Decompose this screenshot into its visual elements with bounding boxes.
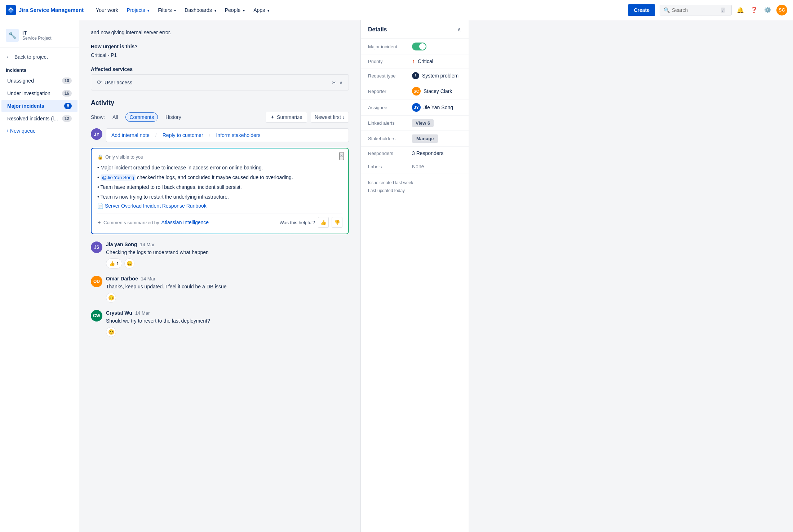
comment-jia-yan-song: JS Jia yan Song 14 Mar Checking the logs… <box>91 241 349 269</box>
detail-stakeholders: Stakeholders Manage <box>361 131 469 147</box>
detail-responders: Responders 3 Responders <box>361 147 469 160</box>
people-chevron: ▾ <box>243 9 245 13</box>
ai-summary-box: × 🔒 Only visible to you Major incident c… <box>92 148 348 234</box>
doc-icon: 📄 <box>97 203 103 209</box>
major-incident-toggle[interactable] <box>412 43 426 50</box>
jia-yan-song-reactions: 👍 1 😊 <box>106 258 349 269</box>
ai-close-button[interactable]: × <box>339 152 344 160</box>
new-queue-link[interactable]: + New queue <box>0 125 79 137</box>
create-button[interactable]: Create <box>628 4 655 16</box>
sidebar-item-resolved-incidents[interactable]: Resolved incidents (l... 12 <box>1 112 77 125</box>
service-actions: ✂ ∧ <box>332 80 343 85</box>
search-input[interactable] <box>672 7 719 13</box>
atlassian-intelligence-link[interactable]: Atlassian Intelligence <box>161 220 209 225</box>
filter-comments[interactable]: Comments <box>125 112 158 122</box>
labels-value[interactable]: None <box>412 164 461 169</box>
ai-bullet-4: Team is now trying to restart the underl… <box>97 193 342 201</box>
divider-2: / <box>209 132 211 138</box>
reply-to-customer-link[interactable]: Reply to customer <box>163 132 203 138</box>
crystal-wu-reactions: 😊 <box>106 327 349 337</box>
nav-projects[interactable]: Projects ▾ <box>123 5 153 15</box>
nav-dashboards[interactable]: Dashboards ▾ <box>181 5 220 15</box>
jia-yan-song-name: Jia yan Song <box>106 241 137 247</box>
ai-doc-link[interactable]: 📄 Server Overload Incident Response Runb… <box>97 203 342 209</box>
ai-helpful: Was this helpful? 👍 👎 <box>279 217 342 228</box>
stakeholders-value: Manage <box>412 134 461 143</box>
service-action-icon-2[interactable]: ∧ <box>339 80 343 85</box>
service-action-icon-1[interactable]: ✂ <box>332 80 336 85</box>
comment-input-row: JY Add internal note / Reply to customer… <box>91 128 349 142</box>
sidebar-item-under-investigation[interactable]: Under investigation 16 <box>1 87 77 99</box>
app-logo-icon <box>6 5 16 15</box>
affected-label: Affected services <box>91 66 349 72</box>
back-to-project[interactable]: ← Back to project <box>0 51 79 63</box>
assignee-value[interactable]: JY Jie Yan Song <box>412 103 461 112</box>
topnav-links: Your work Projects ▾ Filters ▾ Dashboard… <box>92 5 628 15</box>
ai-bullet-1: Major incident created due to increase i… <box>97 164 342 172</box>
search-box[interactable]: 🔍 / <box>660 5 732 15</box>
sidebar: 🔧 IT Service Project ← Back to project I… <box>0 20 79 532</box>
add-emoji-button-2[interactable]: 😊 <box>106 293 116 303</box>
jia-yan-song-date: 14 Mar <box>140 242 154 247</box>
crystal-wu-body: Crystal Wu 14 Mar Should we try to rever… <box>106 310 349 337</box>
linked-alerts-view-button[interactable]: View 6 <box>412 119 434 127</box>
help-icon[interactable]: ❓ <box>749 5 759 15</box>
stakeholders-manage-button[interactable]: Manage <box>412 134 438 143</box>
responders-text: 3 Responders <box>412 150 443 156</box>
reporter-name: Stacey Clark <box>424 88 452 94</box>
under-investigation-badge: 16 <box>62 90 72 97</box>
helpful-thumbs-down[interactable]: 👎 <box>332 217 342 228</box>
details-header: Details ∧ <box>361 20 469 39</box>
nav-filters[interactable]: Filters ▾ <box>154 5 180 15</box>
omar-darboe-header: Omar Darboe 14 Mar <box>106 276 349 281</box>
notifications-icon[interactable]: 🔔 <box>735 5 745 15</box>
nav-your-work[interactable]: Your work <box>92 5 122 15</box>
app-logo[interactable]: Jira Service Management <box>6 5 84 15</box>
summarize-button[interactable]: ✦ Summarize <box>266 112 307 123</box>
request-type-value[interactable]: ! System problem <box>412 72 461 79</box>
crystal-wu-text: Should we try to revert to the last depl… <box>106 317 349 325</box>
resolved-incidents-badge: 12 <box>62 115 72 122</box>
linked-alerts-label: Linked alerts <box>368 120 408 126</box>
add-internal-note-link[interactable]: Add internal note <box>111 132 150 138</box>
issue-meta: Issue created last week Last updated tod… <box>361 173 469 200</box>
reporter-value[interactable]: SC Stacey Clark <box>412 87 461 96</box>
nav-people[interactable]: People ▾ <box>221 5 248 15</box>
add-emoji-button-1[interactable]: 😊 <box>124 258 134 269</box>
add-emoji-button-3[interactable]: 😊 <box>106 327 116 337</box>
newest-first-button[interactable]: Newest first ↓ <box>311 112 349 123</box>
apps-chevron: ▾ <box>267 9 269 13</box>
current-user-avatar: JY <box>91 128 102 140</box>
projects-chevron: ▾ <box>147 9 149 13</box>
settings-icon[interactable]: ⚙️ <box>763 5 773 15</box>
search-icon: 🔍 <box>664 7 670 13</box>
responders-value[interactable]: 3 Responders <box>412 150 461 156</box>
app-name: Jira Service Management <box>19 7 84 13</box>
urgency-section: How urgent is this? Critical - P1 <box>91 44 349 59</box>
sidebar-item-major-incidents[interactable]: Major incidents 8 <box>1 100 77 112</box>
detail-labels: Labels None <box>361 160 469 173</box>
request-type-icon: ! <box>412 72 419 79</box>
helpful-thumbs-up[interactable]: 👍 <box>318 217 329 228</box>
sparkle-icon: ✦ <box>270 114 275 120</box>
thumbs-up-reaction[interactable]: 👍 1 <box>106 258 122 269</box>
filter-history[interactable]: History <box>161 112 185 122</box>
nav-apps[interactable]: Apps ▾ <box>250 5 273 15</box>
crystal-wu-date: 14 Mar <box>135 310 150 316</box>
omar-darboe-text: Thanks, keep us updated. I feel it could… <box>106 283 349 291</box>
ai-footer: ✦ Comments summarized by Atlassian Intel… <box>97 213 342 228</box>
inform-stakeholders-link[interactable]: Inform stakeholders <box>216 132 260 138</box>
project-icon: 🔧 <box>6 29 19 42</box>
user-avatar[interactable]: SC <box>776 5 787 15</box>
jia-yan-song-avatar: JS <box>91 241 102 253</box>
issue-body-text: and now giving internal server error. <box>91 29 349 36</box>
comment-crystal-wu: CW Crystal Wu 14 Mar Should we try to re… <box>91 310 349 337</box>
details-collapse-button[interactable]: ∧ <box>457 26 461 33</box>
comment-input-box[interactable]: Add internal note / Reply to customer / … <box>106 128 349 142</box>
doc-link-text: Server Overload Incident Response Runboo… <box>105 203 207 209</box>
filter-all[interactable]: All <box>108 112 122 122</box>
priority-value[interactable]: ↑ Critical <box>412 58 461 65</box>
omar-darboe-body: Omar Darboe 14 Mar Thanks, keep us updat… <box>106 276 349 303</box>
major-incidents-badge: 8 <box>64 103 72 109</box>
sidebar-item-unassigned[interactable]: Unassigned 10 <box>1 75 77 87</box>
